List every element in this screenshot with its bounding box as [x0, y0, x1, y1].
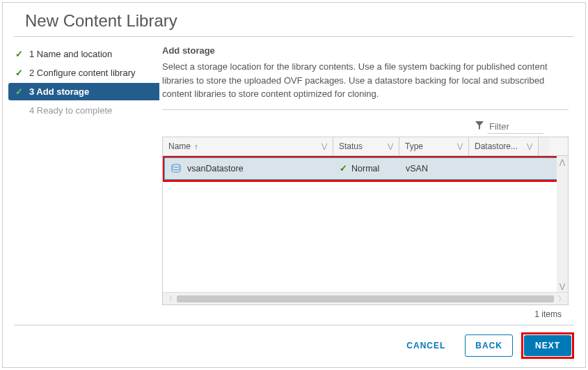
- cancel-button[interactable]: CANCEL: [397, 335, 455, 356]
- sort-asc-icon: ↑: [194, 142, 198, 151]
- step-configure-content-library[interactable]: ✓ 2 Configure content library: [8, 64, 159, 82]
- grid-header: Name ↑ ⋁ Status ⋁ Type ⋁ Datastore.: [163, 137, 568, 156]
- cell-status: Normal: [351, 164, 379, 174]
- step-label: 3 Add storage: [29, 86, 89, 97]
- wizard-sidebar: ✓ 1 Name and location ✓ 2 Configure cont…: [3, 37, 159, 321]
- step-label: 2 Configure content library: [29, 68, 135, 78]
- svg-point-0: [172, 164, 180, 167]
- scroll-down-icon[interactable]: ⋁: [559, 282, 565, 290]
- column-header-status[interactable]: Status ⋁: [333, 137, 399, 155]
- scroll-up-icon[interactable]: ⋀: [559, 158, 565, 166]
- cell-name: vsanDatastore: [187, 164, 244, 174]
- dialog-footer: CANCEL BACK NEXT: [14, 325, 574, 367]
- datastore-icon: [170, 164, 182, 174]
- scroll-thumb[interactable]: [177, 295, 554, 302]
- column-label: Status: [339, 141, 363, 151]
- next-button[interactable]: NEXT: [524, 335, 571, 356]
- section-title: Add storage: [162, 45, 569, 56]
- step-ready-to-complete: ✓ 4 Ready to complete: [8, 102, 159, 119]
- grid-body: vsanDatastore ✓ Normal vSAN ⋀ ⋁: [163, 156, 568, 293]
- new-content-library-dialog: New Content Library ✓ 1 Name and locatio…: [2, 2, 586, 368]
- step-name-and-location[interactable]: ✓ 1 Name and location: [8, 45, 159, 63]
- check-icon: ✓: [15, 86, 26, 97]
- step-add-storage[interactable]: ✓ 3 Add storage: [8, 83, 159, 100]
- check-icon: ✓: [15, 68, 26, 78]
- chevron-down-icon[interactable]: ⋁: [527, 142, 532, 150]
- section-description: Select a storage location for the librar…: [162, 60, 569, 101]
- column-label: Type: [405, 141, 423, 151]
- scroll-left-icon[interactable]: 〈: [166, 294, 173, 304]
- filter-icon[interactable]: [475, 121, 484, 132]
- dialog-title: New Content Library: [14, 3, 574, 37]
- chevron-down-icon[interactable]: ⋁: [388, 142, 393, 150]
- chevron-down-icon[interactable]: ⋁: [457, 142, 463, 150]
- column-label: Name: [168, 141, 191, 151]
- filter-row: [162, 117, 569, 137]
- column-header-datastore-cluster[interactable]: Datastore... ⋁: [469, 137, 539, 155]
- column-header-name[interactable]: Name ↑ ⋁: [163, 137, 333, 155]
- horizontal-scrollbar[interactable]: 〈 〉: [163, 292, 568, 305]
- vertical-scrollbar[interactable]: ⋀ ⋁: [557, 156, 568, 293]
- chevron-down-icon[interactable]: ⋁: [321, 142, 327, 150]
- column-label: Datastore...: [475, 141, 518, 151]
- check-icon: ✓: [15, 49, 26, 59]
- table-row[interactable]: vsanDatastore ✓ Normal vSAN: [164, 157, 567, 180]
- scroll-right-icon[interactable]: 〉: [558, 294, 565, 304]
- step-label: 1 Name and location: [29, 49, 112, 59]
- next-button-highlight: NEXT: [523, 334, 573, 357]
- cell-type: vSAN: [406, 164, 428, 174]
- column-scroll-spacer: [539, 137, 550, 155]
- main-panel: Add storage Select a storage location fo…: [159, 37, 585, 321]
- back-button[interactable]: BACK: [465, 334, 513, 357]
- column-header-type[interactable]: Type ⋁: [399, 137, 469, 155]
- status-normal-icon: ✓: [340, 163, 347, 174]
- datastore-grid: Name ↑ ⋁ Status ⋁ Type ⋁ Datastore.: [162, 137, 569, 306]
- filter-input[interactable]: [488, 120, 543, 134]
- dialog-body: ✓ 1 Name and location ✓ 2 Configure cont…: [3, 37, 585, 321]
- step-label: 4 Ready to complete: [29, 105, 112, 116]
- divider: [162, 109, 569, 110]
- grid-footer-count: 1 items: [162, 305, 569, 321]
